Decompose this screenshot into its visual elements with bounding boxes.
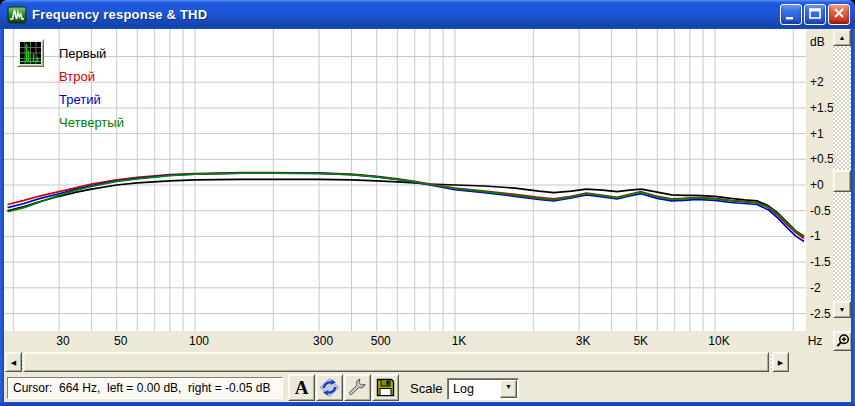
settings-wrench-button[interactable]: [344, 374, 371, 401]
y-tick-label: +2: [810, 75, 834, 89]
x-tick-label: 300: [303, 334, 343, 348]
scroll-left-icon: ◀: [11, 359, 16, 366]
y-tick-label: -1.5: [810, 255, 834, 269]
spectrum-screen-icon: [20, 42, 41, 64]
y-tick-label: +0: [810, 178, 834, 192]
window-border-bottom: [0, 402, 855, 406]
x-tick-label: 30: [43, 334, 83, 348]
legend-item-0: Первый: [59, 42, 124, 65]
title-bar: Frequency response & THD: [0, 0, 855, 29]
wrench-icon: [347, 377, 368, 398]
vertical-scrollbar-thumb[interactable]: [833, 170, 851, 192]
scale-label: Scale: [410, 381, 443, 396]
window-border-right: [851, 29, 855, 406]
x-axis-strip: Hz 30501003005001K3K5K10K: [4, 331, 833, 351]
status-bar: Cursor: 664 Hz, left = 0.00 dB, right = …: [4, 373, 851, 402]
x-tick-label: 10K: [699, 334, 739, 348]
refresh-icon: [319, 377, 340, 398]
maximize-icon: [808, 8, 822, 20]
y-tick-label: -2: [810, 281, 834, 295]
legend-item-3: Четвертый: [59, 111, 124, 134]
legend-items: ПервыйВтройТретийЧетвертый: [59, 42, 124, 134]
spectrum-screen-button[interactable]: [17, 39, 44, 67]
scale-select[interactable]: Log ▼: [447, 378, 519, 400]
x-tick-label: 3K: [563, 334, 603, 348]
window-title: Frequency response & THD: [32, 7, 207, 22]
scroll-down-icon: ▼: [839, 306, 846, 313]
x-tick-label: 5K: [621, 334, 661, 348]
app-window: Frequency response & THD: [0, 0, 855, 406]
scroll-up-icon: ▲: [839, 34, 846, 41]
y-axis-strip: dB +2+1.5+1+0.5+0-0.5-1-1.5-2-2.5: [806, 29, 833, 331]
chevron-down-icon: ▼: [505, 383, 512, 390]
minimize-button[interactable]: [780, 4, 802, 25]
window-content: ПервыйВтройТретийЧетвертый dB +2+1.5+1+0…: [4, 29, 851, 402]
legend-item-1: Втрой: [59, 65, 124, 88]
horizontal-scrollbar[interactable]: ◀ ▶: [4, 351, 851, 373]
fr-curve-0: [8, 179, 805, 236]
scroll-down-button[interactable]: ▼: [833, 301, 851, 318]
x-tick-label: 500: [361, 334, 401, 348]
horizontal-scrollbar-track[interactable]: [22, 352, 772, 372]
scroll-left-button[interactable]: ◀: [5, 352, 22, 372]
y-tick-label: -1: [810, 229, 834, 243]
scroll-right-icon: ▶: [778, 359, 783, 366]
x-tick-label: 50: [101, 334, 141, 348]
refresh-button[interactable]: [316, 374, 343, 401]
font-button[interactable]: A: [288, 374, 315, 401]
zoom-in-vertical-button[interactable]: [833, 331, 852, 351]
y-tick-label: +1: [810, 127, 834, 141]
minimize-icon: [784, 8, 798, 20]
close-button[interactable]: [828, 4, 850, 25]
x-axis-unit-label: Hz: [797, 334, 833, 348]
combo-dropdown-button[interactable]: ▼: [500, 380, 517, 398]
waveform-app-icon: [7, 5, 27, 25]
scroll-up-button[interactable]: ▲: [833, 29, 851, 46]
y-tick-label: -2.5: [810, 307, 834, 321]
chart-plot-area[interactable]: ПервыйВтройТретийЧетвертый: [4, 29, 806, 331]
save-icon: [375, 377, 396, 398]
y-tick-label: -0.5: [810, 204, 834, 218]
cursor-readout: Cursor: 664 Hz, left = 0.00 dB, right = …: [7, 377, 283, 399]
vertical-scrollbar[interactable]: ▲ ▼: [833, 29, 851, 318]
vertical-scrollbar-track[interactable]: [833, 46, 851, 301]
scrollbar-gap: [833, 318, 851, 331]
close-icon: [832, 8, 846, 20]
scroll-right-button[interactable]: ▶: [772, 352, 789, 372]
legend-item-2: Третий: [59, 88, 124, 111]
y-tick-label: +1.5: [810, 101, 834, 115]
save-button[interactable]: [372, 374, 399, 401]
zoom-in-icon: [835, 333, 851, 349]
frequency-response-chart[interactable]: [4, 29, 806, 331]
x-tick-label: 1K: [439, 334, 479, 348]
y-axis-unit-label: dB: [810, 35, 834, 49]
y-tick-label: +0.5: [810, 152, 834, 166]
window-border-left: [0, 29, 4, 406]
x-tick-label: 100: [179, 334, 219, 348]
horizontal-scrollbar-thumb[interactable]: [23, 352, 769, 372]
maximize-button[interactable]: [804, 4, 826, 25]
scale-selected-value: Log: [453, 382, 474, 396]
